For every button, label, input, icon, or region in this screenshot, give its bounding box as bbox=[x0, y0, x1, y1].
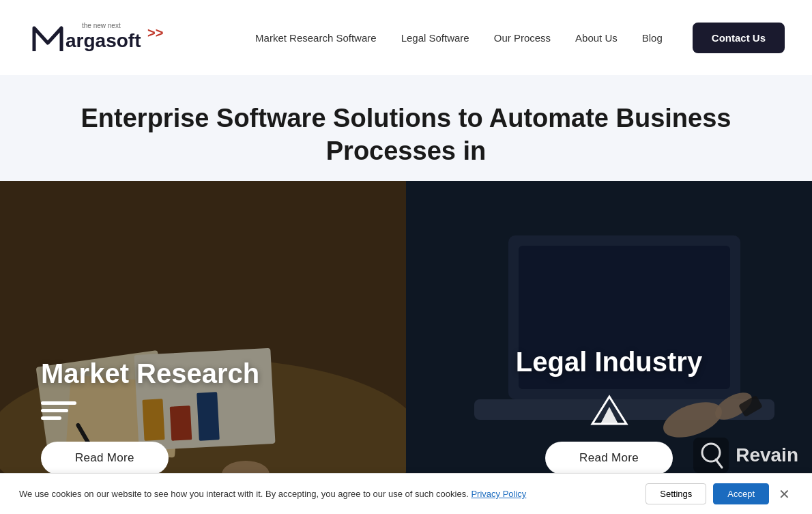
panel-market-research: Market Research Read More bbox=[0, 181, 406, 502]
hero-title: Enterprise Software Solutions to Automat… bbox=[27, 102, 785, 167]
privacy-policy-link[interactable]: Privacy Policy bbox=[471, 489, 526, 499]
market-research-read-more-button[interactable]: Read More bbox=[41, 442, 169, 474]
nav-item-market-research-software[interactable]: Market Research Software bbox=[255, 32, 377, 44]
nav-item-legal-software[interactable]: Legal Software bbox=[401, 32, 469, 44]
nav-item-our-process[interactable]: Our Process bbox=[494, 32, 551, 44]
panels-section: Market Research Read More bbox=[0, 181, 812, 502]
icon-line-1 bbox=[41, 401, 76, 405]
legal-industry-title: Legal Industry bbox=[516, 347, 702, 377]
cookie-close-button[interactable]: ✕ bbox=[776, 487, 793, 501]
svg-text:the new next: the new next bbox=[82, 22, 121, 29]
legal-industry-read-more-button[interactable]: Read More bbox=[545, 442, 673, 474]
header: argasoft the new next >> Market Research… bbox=[0, 0, 812, 75]
nav-item-about-us[interactable]: About Us bbox=[575, 32, 618, 44]
main-nav: Market Research Software Legal Software … bbox=[255, 23, 785, 53]
cookie-message: We use cookies on our website to see how… bbox=[19, 489, 469, 499]
legal-industry-content: Legal Industry Read More bbox=[406, 181, 812, 502]
cookie-actions: Settings Accept ✕ bbox=[646, 483, 793, 504]
nav-item-blog[interactable]: Blog bbox=[642, 32, 663, 44]
market-research-title: Market Research bbox=[41, 358, 259, 389]
panel-legal-industry: Legal Industry Read More bbox=[406, 181, 812, 502]
icon-line-3 bbox=[41, 416, 61, 420]
market-research-icon-lines bbox=[41, 401, 76, 420]
icon-line-2 bbox=[41, 409, 68, 412]
cookie-text: We use cookies on our website to see how… bbox=[19, 489, 635, 499]
hero-section: Enterprise Software Solutions to Automat… bbox=[0, 75, 812, 181]
logo-area: argasoft the new next >> bbox=[27, 16, 177, 59]
svg-text:>>: >> bbox=[147, 25, 163, 40]
logo: argasoft the new next >> bbox=[27, 16, 177, 59]
contact-us-button[interactable]: Contact Us bbox=[693, 23, 785, 53]
market-research-content: Market Research Read More bbox=[0, 181, 406, 502]
svg-text:argasoft: argasoft bbox=[66, 30, 141, 51]
cookie-accept-button[interactable]: Accept bbox=[713, 483, 769, 504]
cookie-settings-button[interactable]: Settings bbox=[646, 483, 706, 504]
cookie-banner: We use cookies on our website to see how… bbox=[0, 473, 812, 514]
legal-logo-icon bbox=[585, 390, 633, 433]
